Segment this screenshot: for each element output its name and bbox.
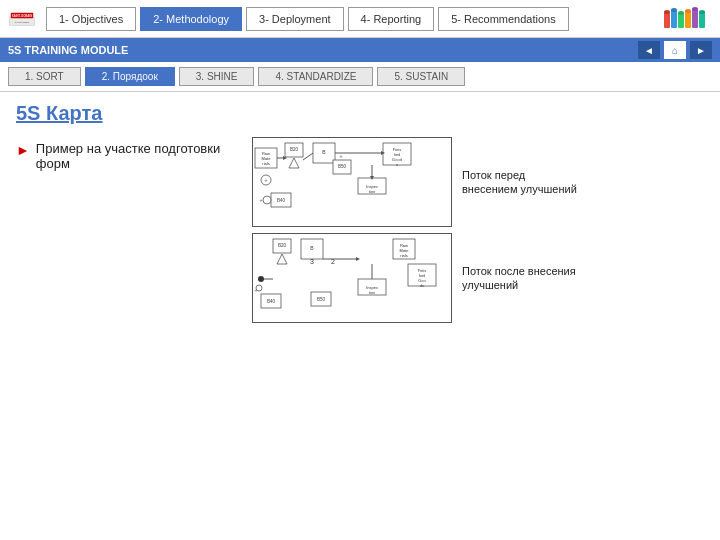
sub-tab-sustain[interactable]: 5. SUSTAIN (377, 67, 465, 86)
svg-text:ds: ds (420, 283, 424, 288)
svg-rect-7 (685, 11, 691, 28)
diagram-after: B20 B 3 2 Raw Mate ria (252, 233, 452, 323)
svg-point-11 (671, 8, 677, 12)
svg-text:PACKAGING: PACKAGING (15, 21, 29, 24)
svg-text:3: 3 (310, 258, 314, 265)
tab-deployment[interactable]: 3- Deployment (246, 7, 344, 31)
svg-point-14 (692, 7, 698, 11)
svg-rect-8 (692, 9, 698, 28)
svg-text:B40: B40 (277, 198, 286, 203)
svg-marker-50 (277, 254, 287, 264)
tab-objectives[interactable]: 1- Objectives (46, 7, 136, 31)
bullet-text: Пример на участке подготовки форм (36, 141, 236, 171)
svg-point-12 (678, 11, 684, 15)
paint-cans-icon (662, 4, 712, 34)
svg-text:B50: B50 (338, 164, 347, 169)
bullet-arrow-icon: ► (16, 142, 30, 158)
diagram-before-label: Поток перед внесением улучшений (462, 168, 582, 197)
svg-point-70 (256, 285, 262, 291)
svg-point-10 (664, 10, 670, 14)
svg-point-46 (258, 276, 264, 282)
logo-area: SAINT-GOBAIN PACKAGING (8, 10, 36, 28)
top-nav: 1- Objectives 2- Methodology 3- Deployme… (46, 7, 662, 31)
svg-text:B50: B50 (317, 297, 326, 302)
svg-text:s: s (396, 162, 398, 167)
left-section: ► Пример на участке подготовки форм (16, 137, 236, 171)
svg-rect-4 (664, 12, 670, 28)
training-bar-label: 5S TRAINING MODULE (8, 44, 128, 56)
diagrams-section: Raw Mate rials + B20 (252, 137, 582, 323)
bullet-item: ► Пример на участке подготовки форм (16, 141, 236, 171)
training-module-bar: 5S TRAINING MODULE ◄ ⌂ ► (0, 38, 720, 62)
svg-rect-5 (671, 10, 677, 28)
tab-recommendations[interactable]: 5- Recommendations (438, 7, 569, 31)
training-nav-controls: ◄ ⌂ ► (638, 41, 712, 59)
prev-button[interactable]: ◄ (638, 41, 660, 59)
svg-text:tion: tion (369, 189, 375, 194)
svg-marker-24 (289, 158, 299, 168)
diagram-row-after: B20 B 3 2 Raw Mate ria (252, 233, 582, 323)
svg-text:B20: B20 (278, 243, 287, 248)
svg-text:+: + (264, 177, 268, 183)
svg-text:B20: B20 (290, 147, 299, 152)
tab-methodology[interactable]: 2- Methodology (140, 7, 242, 31)
svg-text:+: + (339, 153, 343, 159)
home-button[interactable]: ⌂ (664, 41, 686, 59)
sub-tab-shine[interactable]: 3. SHINE (179, 67, 255, 86)
svg-rect-9 (699, 12, 705, 28)
svg-point-13 (685, 9, 691, 13)
flow-svg-before: Raw Mate rials + B20 (253, 138, 452, 227)
diagram-row-before: Raw Mate rials + B20 (252, 137, 582, 227)
svg-line-43 (303, 153, 313, 160)
logo-icon: SAINT-GOBAIN PACKAGING (8, 10, 36, 28)
main-content: 5S Карта ► Пример на участке подготовки … (0, 92, 720, 540)
svg-point-15 (699, 10, 705, 14)
svg-text:tion: tion (369, 290, 375, 295)
sub-tab-standardize[interactable]: 4. STANDARDIZE (258, 67, 373, 86)
sub-tab-sort[interactable]: 1. SORT (8, 67, 81, 86)
svg-point-41 (263, 196, 271, 204)
header: SAINT-GOBAIN PACKAGING 1- Objectives 2- … (0, 0, 720, 38)
flow-svg-after: B20 B 3 2 Raw Mate ria (253, 234, 452, 323)
diagram-after-label: Поток после внесения улучшений (462, 264, 582, 293)
page-title: 5S Карта (16, 102, 704, 125)
svg-rect-6 (678, 13, 684, 28)
svg-text:B40: B40 (267, 299, 276, 304)
sub-tab-poryadok[interactable]: 2. Порядоок (85, 67, 175, 86)
tab-reporting[interactable]: 4- Reporting (348, 7, 435, 31)
svg-text:rials: rials (400, 253, 407, 258)
svg-text:rials: rials (262, 161, 269, 166)
sub-nav: 1. SORT 2. Порядоок 3. SHINE 4. STANDARD… (0, 62, 720, 92)
next-button[interactable]: ► (690, 41, 712, 59)
svg-text:SAINT-GOBAIN: SAINT-GOBAIN (12, 13, 32, 17)
content-row: ► Пример на участке подготовки форм Raw … (16, 137, 704, 323)
diagram-before: Raw Mate rials + B20 (252, 137, 452, 227)
